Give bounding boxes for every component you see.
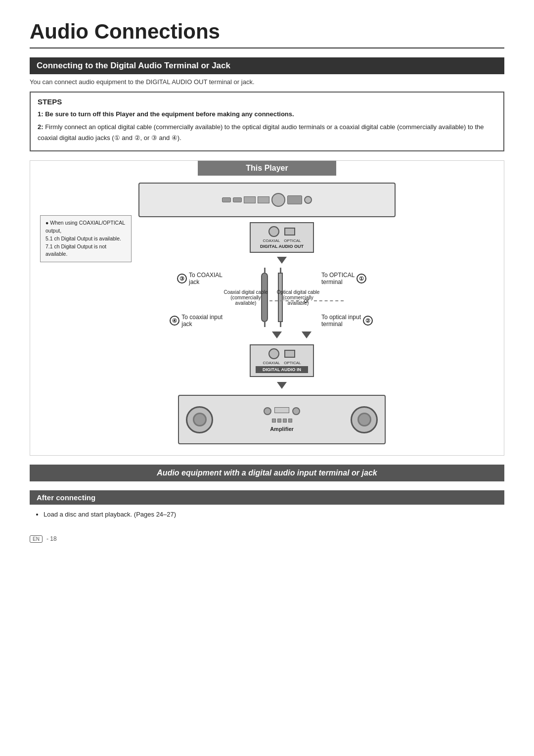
note-text: When using COAXIAL/OPTICAL output,5.1 ch… [45,220,125,257]
amp-display [274,407,289,413]
amp-center: Amplifier [213,407,351,432]
step2-circle: ② [363,316,373,326]
speaker-left [186,406,213,433]
coaxial-out-label: COAXIAL [263,238,280,243]
to-optical-input-text: To optical inputterminal [321,314,361,328]
arrows-down-2 [272,330,312,340]
arrow-down-3 [277,380,287,391]
amp-controls [264,407,300,415]
optical-cable-desc: Optical digital cable(commercially avail… [276,289,320,306]
footer-page: - 18 [46,535,57,542]
btn1 [272,419,276,423]
optical-out-label: OPTICAL [284,238,301,243]
btn3 [283,419,287,423]
coaxial-cable-desc: Coaxial digital cable(commercially avail… [223,289,268,306]
to-optical-text: To OPTICALterminal [321,272,355,285]
amplifier-device: Amplifier [178,395,386,444]
btn2 [277,419,281,423]
right-labels: To OPTICALterminal ① [321,268,410,285]
step1-text: 1: Be sure to turn off this Player and t… [38,109,496,120]
port3 [244,196,256,203]
port1 [222,197,231,202]
step3-circle: ③ [177,274,187,284]
optical-out-port [284,228,295,236]
optical-in-label: OPTICAL [284,361,301,365]
after-connecting-list: Load a disc and start playback. (Pages 2… [30,509,504,520]
btn4 [288,419,292,423]
step2-label: To optical inputterminal ② [321,314,373,328]
to-coaxial-text: To COAXIALjack [189,272,222,285]
in-connectors [256,348,308,359]
optical-in-port [284,350,295,358]
speaker-right-inner [357,413,371,426]
digital-audio-out-label: DIGITAL AUDIO OUT [256,244,308,249]
step4-circle: ④ [170,316,179,326]
section1-header: Connecting to the Digital Audio Terminal… [30,57,504,74]
amp-buttons [272,419,292,423]
digital-audio-out-box: COAXIAL OPTICAL DIGITAL AUDIO OUT [250,222,314,253]
digital-audio-in-box: COAXIAL OPTICAL DIGITAL AUDIO IN [250,344,314,377]
steps-box: STEPS 1: Be sure to turn off this Player… [30,92,504,151]
step1-circle: ① [356,274,366,284]
after-connecting-header: After connecting [30,490,504,505]
page-footer: EN - 18 [30,535,504,543]
knob [271,193,285,207]
note-box: ● When using COAXIAL/OPTICAL output,5.1 … [40,215,132,262]
digital-audio-in-label: DIGITAL AUDIO IN [256,366,308,373]
arrow-down-1 [277,255,287,266]
step3-label: ③ To COAXIALjack [177,272,222,285]
small-knob [304,196,312,204]
step2-right: To optical inputterminal ② [321,310,410,328]
amp-knob1 [264,407,271,415]
step4-left: ④ To coaxial inputjack [134,310,222,328]
amplifier-label: Amplifier [270,426,294,432]
note-bullet: ● [45,220,48,226]
step4-label: ④ To coaxial inputjack [170,314,222,328]
step1-label: To OPTICALterminal ① [321,272,366,285]
steps-list: 1: Be sure to turn off this Player and t… [38,109,496,143]
to-coaxial-input-text: To coaxial inputjack [181,314,222,328]
cable-descriptions: Coaxial digital cable(commercially avail… [223,289,320,306]
footer-badge: EN [30,535,43,543]
cables-section: ③ To COAXIALjack [134,268,410,306]
out-connectors [256,226,308,237]
player-connectors [222,193,312,207]
port4 [258,196,269,203]
player-label: This Player [198,161,336,176]
slot [287,195,302,204]
section1-subtitle: You can connect audio equipment to the D… [30,78,504,86]
speaker-right [351,406,378,433]
steps-title: STEPS [38,97,496,106]
left-labels: ③ To COAXIALjack [134,268,222,285]
coaxial-out-port [268,226,279,237]
amp-knob2 [292,407,300,415]
speaker-left-inner [193,413,207,426]
coaxial-in-label: COAXIAL [263,361,280,365]
wire-top-opt [280,268,281,273]
player-device-interior [222,193,312,207]
coaxial-in-port [268,348,279,359]
diagram-inner: ● When using COAXIAL/OPTICAL output,5.1 … [30,176,504,455]
equipment-label: Audio equipment with a digital audio inp… [30,465,504,481]
cable-center: or Coaxial digital cable(commercially av… [222,268,321,306]
diagram-area: This Player ● When using COAXIAL/OPTICAL… [30,160,504,456]
out-port-labels: COAXIAL OPTICAL [256,238,308,243]
after-connecting-bullet: Load a disc and start playback. (Pages 2… [44,509,504,520]
wire-top-coax [264,268,266,273]
step2-text: 2: Firmly connect an optical digital cab… [38,122,496,143]
in-port-labels: COAXIAL OPTICAL [256,361,308,365]
port2 [233,197,242,202]
page-title: Audio Connections [30,20,504,48]
lower-labels-section: ④ To coaxial inputjack To optical inputt… [134,310,410,328]
player-device [138,183,396,217]
